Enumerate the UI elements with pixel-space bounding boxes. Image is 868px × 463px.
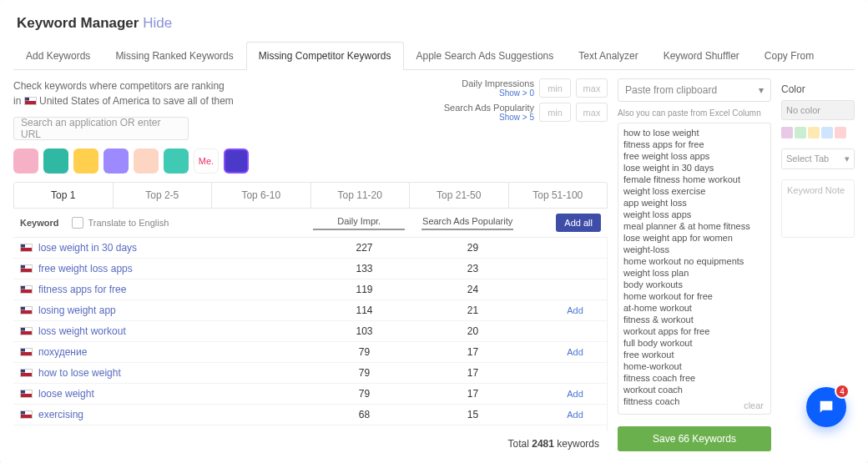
translate-checkbox[interactable]: [72, 217, 83, 229]
color-swatch[interactable]: [781, 127, 793, 138]
clipboard-item[interactable]: weight loss plan: [623, 267, 765, 279]
rank-tabs: Top 1Top 2-5Top 6-10Top 11-20Top 21-50To…: [13, 182, 608, 209]
clipboard-item[interactable]: weight loss exercise: [623, 185, 765, 197]
chevron-down-icon: ▾: [759, 84, 764, 96]
keyword-text[interactable]: losing weight app: [38, 304, 116, 316]
clipboard-item[interactable]: home workout for free: [623, 290, 765, 302]
sa-max-input[interactable]: max: [576, 103, 608, 122]
clipboard-item[interactable]: lose weight app for women: [623, 232, 765, 244]
cell-sa: 14: [427, 430, 519, 431]
clipboard-item[interactable]: weight-loss: [623, 244, 765, 255]
keyword-text[interactable]: exercising: [38, 409, 83, 420]
clipboard-item[interactable]: workout coach: [623, 384, 765, 395]
flag-icon: [20, 348, 33, 356]
clipboard-item[interactable]: fitness apps for free: [623, 138, 765, 150]
cell-sa: 17: [427, 388, 519, 400]
color-swatch[interactable]: [808, 127, 820, 138]
keyword-table-body: lose weight in 30 days22729free weight l…: [13, 238, 608, 431]
clipboard-item[interactable]: fitness coach free: [623, 372, 765, 384]
add-link[interactable]: Add: [567, 305, 583, 315]
keyword-text[interactable]: how to lose weight: [38, 367, 121, 379]
app-icon-0[interactable]: [13, 148, 38, 174]
di-max-input[interactable]: max: [576, 78, 608, 98]
clipboard-item[interactable]: home-workout: [623, 360, 765, 372]
keyword-text[interactable]: loose weight: [38, 388, 94, 400]
add-link[interactable]: Add: [567, 347, 583, 357]
chat-fab[interactable]: 4: [806, 387, 846, 427]
app-icon-7[interactable]: [224, 148, 249, 174]
tab-keyword-shuffler[interactable]: Keyword Shuffler: [651, 42, 752, 69]
select-tab-dropdown[interactable]: Select Tab▾: [781, 148, 855, 169]
rank-tab-5[interactable]: Top 51-100: [509, 183, 608, 208]
cell-di: 79: [319, 388, 411, 400]
color-swatch[interactable]: [821, 127, 833, 138]
clipboard-item[interactable]: meal planner & at home fitness: [623, 220, 765, 232]
color-swatch[interactable]: [795, 127, 806, 138]
tab-missing-ranked-keywords[interactable]: Missing Ranked Keywords: [103, 42, 245, 69]
app-icon-3[interactable]: [103, 148, 129, 174]
sa-min-input[interactable]: min: [539, 103, 571, 122]
clipboard-item[interactable]: weight loss apps: [623, 209, 765, 220]
tab-apple-search-ads-suggestions[interactable]: Apple Search Ads Suggestions: [404, 42, 567, 69]
flag-icon: [20, 410, 33, 419]
di-min-input[interactable]: min: [539, 78, 571, 98]
tab-text-analyzer[interactable]: Text Analyzer: [566, 42, 650, 69]
add-all-button[interactable]: Add all: [556, 214, 601, 232]
clipboard-item[interactable]: lose weight in 30 days: [623, 162, 765, 174]
add-link[interactable]: Add: [567, 410, 583, 420]
keyword-text[interactable]: похудение: [38, 346, 87, 358]
app-icon-1[interactable]: [43, 148, 68, 174]
cell-sa: 24: [427, 284, 519, 295]
keyword-text[interactable]: how to get skinny: [38, 430, 116, 431]
clipboard-item[interactable]: home workout no equipments: [623, 255, 765, 267]
keyword-text[interactable]: lose weight in 30 days: [38, 242, 137, 254]
cell-sa: 23: [427, 263, 519, 274]
col-sa[interactable]: Search Ads Popularity: [421, 216, 513, 230]
rank-tab-2[interactable]: Top 6-10: [212, 183, 311, 208]
tab-copy-from[interactable]: Copy From: [752, 42, 826, 69]
color-swatch[interactable]: [835, 127, 846, 138]
cell-di: 63: [319, 430, 411, 431]
app-icon-6[interactable]: Me.: [194, 148, 219, 174]
clipboard-item[interactable]: fitness & workout: [623, 314, 765, 325]
tab-add-keywords[interactable]: Add Keywords: [13, 42, 103, 69]
clipboard-item[interactable]: female fitness home workout: [623, 174, 765, 185]
flag-icon: [24, 97, 37, 105]
keyword-note-input[interactable]: Keyword Note: [781, 179, 855, 238]
no-color-select[interactable]: No color: [781, 100, 855, 120]
save-keywords-button[interactable]: Save 66 Keywords: [618, 426, 771, 451]
clipboard-item[interactable]: workout apps for free: [623, 325, 765, 337]
col-di[interactable]: Daily Impr.: [313, 216, 405, 230]
rank-tab-4[interactable]: Top 21-50: [410, 183, 509, 208]
clipboard-list[interactable]: how to lose weightfitness apps for freef…: [618, 123, 771, 415]
cell-sa: 20: [427, 325, 519, 337]
clipboard-item[interactable]: free workout: [623, 349, 765, 360]
keyword-text[interactable]: free weight loss apps: [38, 263, 133, 274]
app-icon-2[interactable]: [73, 148, 98, 174]
rank-tab-0[interactable]: Top 1: [14, 183, 114, 208]
daily-impr-label: Daily Impressions: [462, 78, 534, 88]
table-row: free weight loss apps13323: [13, 259, 607, 279]
keyword-text[interactable]: fitness apps for free: [38, 284, 126, 295]
rank-tab-1[interactable]: Top 2-5: [114, 183, 213, 208]
clipboard-item[interactable]: how to lose weight: [623, 127, 765, 138]
table-row: exercising6815Add: [13, 405, 607, 425]
clipboard-item[interactable]: full body workout: [623, 337, 765, 349]
chat-icon: [817, 398, 835, 416]
clipboard-item[interactable]: app weight loss: [623, 197, 765, 209]
rank-tab-3[interactable]: Top 11-20: [311, 183, 411, 208]
show-link-sa[interactable]: Show > 5: [444, 113, 534, 122]
app-icon-5[interactable]: [164, 148, 189, 174]
hide-link[interactable]: Hide: [143, 15, 172, 31]
clipboard-item[interactable]: free weight loss apps: [623, 150, 765, 162]
keyword-text[interactable]: loss weight workout: [38, 325, 126, 337]
clear-link[interactable]: clear: [744, 400, 764, 410]
paste-clipboard-select[interactable]: Paste from clipboard▾: [618, 78, 771, 102]
search-input[interactable]: Search an application OR enter URL: [13, 117, 189, 140]
app-icon-4[interactable]: [134, 148, 159, 174]
clipboard-item[interactable]: body workouts: [623, 279, 765, 290]
add-link[interactable]: Add: [567, 389, 583, 399]
show-link-di[interactable]: Show > 0: [462, 88, 534, 98]
tab-missing-competitor-keywords[interactable]: Missing Competitor Keywords: [246, 42, 404, 70]
clipboard-item[interactable]: at-home workout: [623, 302, 765, 314]
